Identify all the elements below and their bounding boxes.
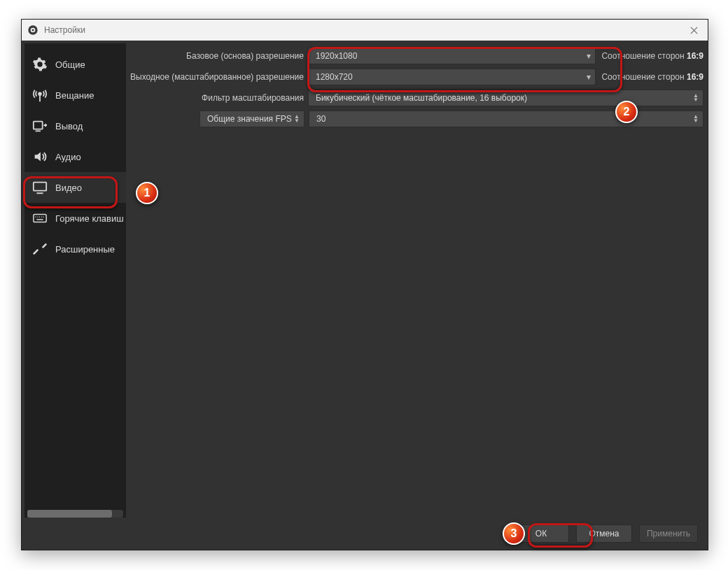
spinner-arrows-icon: ▲▼ — [294, 115, 300, 123]
sidebar-item-label: Видео — [55, 183, 82, 193]
chevron-down-icon: ▾ — [587, 51, 591, 61]
sidebar: Общие Вещание Вывод Аудио — [24, 43, 126, 518]
monitor-icon — [31, 180, 48, 195]
row-base-resolution: Базовое (основа) разрешение 1920x1080 ▾ … — [126, 46, 704, 66]
svg-point-2 — [31, 29, 34, 31]
sidebar-hscrollbar[interactable] — [27, 510, 123, 518]
output-resolution-aspect: Соотношение сторон 16:9 — [601, 72, 704, 82]
svg-rect-7 — [34, 183, 46, 191]
downscale-filter-combo[interactable]: Бикубический (чёткое масштабирование, 16… — [308, 90, 704, 106]
sidebar-item-audio[interactable]: Аудио — [24, 141, 126, 172]
output-resolution-label: Выходное (масштабированное) разрешение — [126, 72, 308, 82]
sidebar-item-output[interactable]: Вывод — [24, 111, 126, 141]
base-resolution-aspect: Соотношение сторон 16:9 — [601, 51, 704, 61]
sidebar-item-label: Общие — [55, 59, 85, 70]
titlebar: Настройки — [22, 20, 708, 41]
settings-window: Настройки Общие Вещание — [21, 19, 708, 550]
fps-value-combo[interactable]: 30 ▲▼ — [309, 111, 704, 127]
row-fps: Общие значения FPS ▲▼ 30 ▲▼ — [126, 109, 704, 129]
spinner-arrows-icon: ▲▼ — [693, 94, 699, 102]
fps-type-value: Общие значения FPS — [207, 114, 292, 124]
svg-rect-9 — [34, 215, 46, 222]
fps-value: 30 — [316, 114, 326, 124]
output-icon — [31, 118, 48, 134]
base-resolution-label: Базовое (основа) разрешение — [126, 51, 308, 61]
content-area: Общие Вещание Вывод Аудио — [22, 41, 708, 518]
spinner-arrows-icon: ▲▼ — [693, 115, 699, 123]
sidebar-item-label: Аудио — [55, 152, 81, 162]
sidebar-item-label: Вывод — [55, 121, 83, 131]
output-resolution-combo[interactable]: 1280x720 ▾ — [308, 69, 596, 85]
dialog-footer: ОК Отмена Применить — [22, 518, 708, 550]
sidebar-item-advanced[interactable]: Расширенные — [24, 234, 126, 264]
output-resolution-value: 1280x720 — [316, 72, 353, 82]
fps-type-combo[interactable]: Общие значения FPS ▲▼ — [200, 111, 304, 127]
sidebar-item-stream[interactable]: Вещание — [24, 80, 126, 111]
sidebar-item-label: Горячие клавиш — [55, 213, 124, 224]
ok-button[interactable]: ОК — [513, 525, 569, 543]
sidebar-hscrollbar-thumb[interactable] — [27, 510, 112, 518]
cancel-button[interactable]: Отмена — [576, 525, 632, 543]
sidebar-item-label: Вещание — [55, 90, 94, 101]
base-resolution-combo[interactable]: 1920x1080 ▾ — [308, 48, 596, 64]
video-settings-panel: Базовое (основа) разрешение 1920x1080 ▾ … — [126, 41, 708, 518]
row-downscale-filter: Фильтр масштабирования Бикубический (чёт… — [126, 88, 704, 108]
downscale-filter-value: Бикубический (чёткое масштабирование, 16… — [316, 93, 527, 103]
sidebar-item-hotkeys[interactable]: Горячие клавиш — [24, 203, 126, 234]
sidebar-item-label: Расширенные — [55, 244, 115, 255]
apply-button[interactable]: Применить — [639, 525, 698, 543]
audio-icon — [31, 149, 48, 164]
tools-icon — [31, 241, 48, 257]
downscale-filter-label: Фильтр масштабирования — [126, 93, 308, 103]
sidebar-item-video[interactable]: Видео — [24, 172, 126, 203]
sidebar-item-general[interactable]: Общие — [24, 49, 126, 80]
chevron-down-icon: ▾ — [587, 72, 591, 82]
titlebar-left: Настройки — [27, 24, 85, 36]
svg-rect-5 — [34, 122, 43, 129]
base-resolution-value: 1920x1080 — [316, 51, 357, 61]
row-output-resolution: Выходное (масштабированное) разрешение 1… — [126, 67, 704, 87]
gear-icon — [31, 57, 48, 72]
svg-point-3 — [38, 92, 41, 95]
window-title: Настройки — [44, 25, 85, 35]
broadcast-icon — [31, 87, 48, 103]
close-button[interactable] — [687, 23, 701, 37]
obs-logo-icon — [27, 24, 38, 36]
keyboard-icon — [31, 211, 48, 226]
